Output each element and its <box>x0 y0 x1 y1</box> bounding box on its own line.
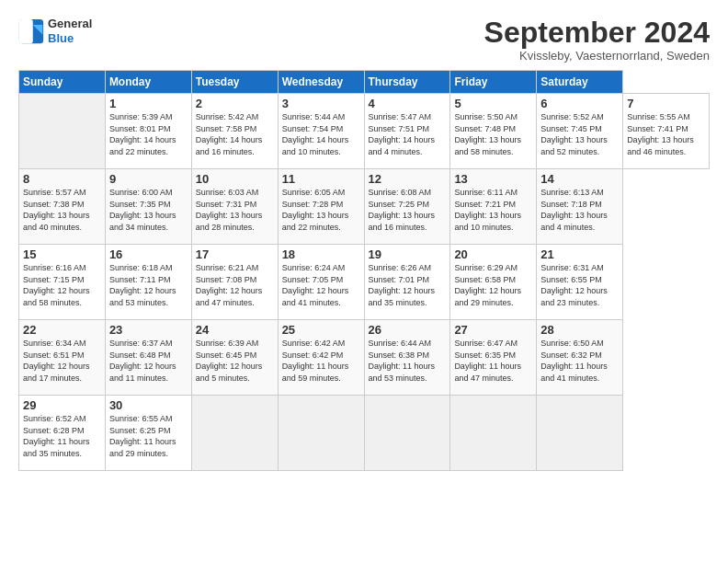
day-cell-28: 28Sunrise: 6:50 AMSunset: 6:32 PMDayligh… <box>537 320 623 396</box>
day-cell-11: 11Sunrise: 6:05 AMSunset: 7:28 PMDayligh… <box>278 169 364 245</box>
location: Kvissleby, Vaesternorrland, Sweden <box>484 49 710 63</box>
day-cell-4: 4Sunrise: 5:47 AMSunset: 7:51 PMDaylight… <box>364 94 450 169</box>
day-cell-1: 1Sunrise: 5:39 AMSunset: 8:01 PMDaylight… <box>105 94 191 169</box>
day-number: 15 <box>23 247 101 261</box>
day-cell-20: 20Sunrise: 6:29 AMSunset: 6:58 PMDayligh… <box>450 245 537 320</box>
day-cell-7: 7Sunrise: 5:55 AMSunset: 7:41 PMDaylight… <box>623 94 710 169</box>
day-number: 7 <box>627 97 705 110</box>
day-detail: Sunrise: 6:18 AMSunset: 7:11 PMDaylight:… <box>109 262 188 308</box>
day-cell-16: 16Sunrise: 6:18 AMSunset: 7:11 PMDayligh… <box>105 245 191 320</box>
day-header-friday: Friday <box>450 71 537 94</box>
day-number: 17 <box>196 247 274 261</box>
day-cell-6: 6Sunrise: 5:52 AMSunset: 7:45 PMDaylight… <box>537 94 623 169</box>
day-cell-27: 27Sunrise: 6:47 AMSunset: 6:35 PMDayligh… <box>450 320 537 396</box>
day-detail: Sunrise: 6:42 AMSunset: 6:42 PMDaylight:… <box>282 338 360 384</box>
day-number: 23 <box>109 323 188 337</box>
empty-cell <box>19 94 106 169</box>
day-detail: Sunrise: 6:37 AMSunset: 6:48 PMDaylight:… <box>109 338 188 384</box>
day-detail: Sunrise: 6:05 AMSunset: 7:28 PMDaylight:… <box>282 187 360 233</box>
day-cell-13: 13Sunrise: 6:11 AMSunset: 7:21 PMDayligh… <box>450 169 537 245</box>
day-cell-26: 26Sunrise: 6:44 AMSunset: 6:38 PMDayligh… <box>364 320 450 396</box>
day-detail: Sunrise: 6:03 AMSunset: 7:31 PMDaylight:… <box>196 187 274 233</box>
day-detail: Sunrise: 6:34 AMSunset: 6:51 PMDaylight:… <box>23 338 101 384</box>
calendar-table: SundayMondayTuesdayWednesdayThursdayFrid… <box>18 70 710 471</box>
empty-cell <box>450 396 537 471</box>
day-detail: Sunrise: 6:16 AMSunset: 7:15 PMDaylight:… <box>23 262 101 308</box>
week-row-5: 29Sunrise: 6:52 AMSunset: 6:28 PMDayligh… <box>19 396 710 471</box>
day-detail: Sunrise: 6:11 AMSunset: 7:21 PMDaylight:… <box>454 187 532 233</box>
day-cell-14: 14Sunrise: 6:13 AMSunset: 7:18 PMDayligh… <box>537 169 623 245</box>
week-row-4: 22Sunrise: 6:34 AMSunset: 6:51 PMDayligh… <box>19 320 710 396</box>
day-number: 16 <box>109 247 188 261</box>
day-number: 13 <box>454 172 532 186</box>
calendar-header-row: SundayMondayTuesdayWednesdayThursdayFrid… <box>19 71 710 94</box>
empty-cell <box>364 396 450 471</box>
day-detail: Sunrise: 6:13 AMSunset: 7:18 PMDaylight:… <box>540 187 619 233</box>
day-cell-5: 5Sunrise: 5:50 AMSunset: 7:48 PMDaylight… <box>450 94 537 169</box>
svg-rect-2 <box>19 18 33 42</box>
header: General Blue September 2024 Kvissleby, V… <box>18 17 710 63</box>
day-header-monday: Monday <box>105 71 191 94</box>
day-cell-3: 3Sunrise: 5:44 AMSunset: 7:54 PMDaylight… <box>278 94 364 169</box>
day-detail: Sunrise: 6:29 AMSunset: 6:58 PMDaylight:… <box>454 262 532 308</box>
week-row-2: 8Sunrise: 5:57 AMSunset: 7:38 PMDaylight… <box>19 169 710 245</box>
logo: General Blue <box>18 17 92 45</box>
day-number: 6 <box>540 97 619 110</box>
day-number: 28 <box>540 323 619 337</box>
day-detail: Sunrise: 6:00 AMSunset: 7:35 PMDaylight:… <box>109 187 188 233</box>
day-cell-22: 22Sunrise: 6:34 AMSunset: 6:51 PMDayligh… <box>19 320 106 396</box>
day-detail: Sunrise: 6:39 AMSunset: 6:45 PMDaylight:… <box>196 338 274 384</box>
day-detail: Sunrise: 6:52 AMSunset: 6:28 PMDaylight:… <box>23 413 101 459</box>
day-number: 25 <box>282 323 360 337</box>
day-detail: Sunrise: 5:52 AMSunset: 7:45 PMDaylight:… <box>540 111 619 157</box>
day-cell-25: 25Sunrise: 6:42 AMSunset: 6:42 PMDayligh… <box>278 320 364 396</box>
day-cell-21: 21Sunrise: 6:31 AMSunset: 6:55 PMDayligh… <box>537 245 623 320</box>
empty-cell <box>191 396 278 471</box>
empty-cell <box>537 396 623 471</box>
day-number: 24 <box>196 323 274 337</box>
day-header-tuesday: Tuesday <box>191 71 278 94</box>
day-detail: Sunrise: 6:50 AMSunset: 6:32 PMDaylight:… <box>540 338 619 384</box>
day-detail: Sunrise: 5:50 AMSunset: 7:48 PMDaylight:… <box>454 111 532 157</box>
day-cell-19: 19Sunrise: 6:26 AMSunset: 7:01 PMDayligh… <box>364 245 450 320</box>
day-cell-8: 8Sunrise: 5:57 AMSunset: 7:38 PMDaylight… <box>19 169 106 245</box>
day-number: 3 <box>282 97 360 110</box>
day-cell-10: 10Sunrise: 6:03 AMSunset: 7:31 PMDayligh… <box>191 169 278 245</box>
day-number: 27 <box>454 323 532 337</box>
day-number: 8 <box>23 172 101 186</box>
day-number: 20 <box>454 247 532 261</box>
day-number: 2 <box>196 97 274 110</box>
day-number: 9 <box>109 172 188 186</box>
week-row-1: 1Sunrise: 5:39 AMSunset: 8:01 PMDaylight… <box>19 94 710 169</box>
day-cell-15: 15Sunrise: 6:16 AMSunset: 7:15 PMDayligh… <box>19 245 106 320</box>
logo-text: General Blue <box>48 17 92 45</box>
day-cell-30: 30Sunrise: 6:55 AMSunset: 6:25 PMDayligh… <box>105 396 191 471</box>
month-title: September 2024 <box>484 17 710 49</box>
empty-cell <box>278 396 364 471</box>
day-cell-24: 24Sunrise: 6:39 AMSunset: 6:45 PMDayligh… <box>191 320 278 396</box>
day-header-thursday: Thursday <box>364 71 450 94</box>
day-number: 4 <box>369 97 447 110</box>
day-number: 10 <box>196 172 274 186</box>
day-detail: Sunrise: 5:44 AMSunset: 7:54 PMDaylight:… <box>282 111 360 157</box>
title-block: September 2024 Kvissleby, Vaesternorrlan… <box>484 17 710 63</box>
day-detail: Sunrise: 5:39 AMSunset: 8:01 PMDaylight:… <box>109 111 188 157</box>
week-row-3: 15Sunrise: 6:16 AMSunset: 7:15 PMDayligh… <box>19 245 710 320</box>
day-cell-17: 17Sunrise: 6:21 AMSunset: 7:08 PMDayligh… <box>191 245 278 320</box>
day-detail: Sunrise: 6:55 AMSunset: 6:25 PMDaylight:… <box>109 413 188 459</box>
day-number: 26 <box>369 323 447 337</box>
day-header-wednesday: Wednesday <box>278 71 364 94</box>
day-detail: Sunrise: 6:21 AMSunset: 7:08 PMDaylight:… <box>196 262 274 308</box>
day-number: 21 <box>540 247 619 261</box>
day-cell-29: 29Sunrise: 6:52 AMSunset: 6:28 PMDayligh… <box>19 396 106 471</box>
day-detail: Sunrise: 6:24 AMSunset: 7:05 PMDaylight:… <box>282 262 360 308</box>
day-detail: Sunrise: 6:31 AMSunset: 6:55 PMDaylight:… <box>540 262 619 308</box>
calendar-page: General Blue September 2024 Kvissleby, V… <box>0 0 728 563</box>
day-detail: Sunrise: 5:47 AMSunset: 7:51 PMDaylight:… <box>369 111 447 157</box>
day-detail: Sunrise: 5:57 AMSunset: 7:38 PMDaylight:… <box>23 187 101 233</box>
day-number: 18 <box>282 247 360 261</box>
day-detail: Sunrise: 6:44 AMSunset: 6:38 PMDaylight:… <box>369 338 447 384</box>
day-number: 12 <box>369 172 447 186</box>
day-number: 30 <box>109 398 188 412</box>
day-detail: Sunrise: 5:55 AMSunset: 7:41 PMDaylight:… <box>627 111 705 157</box>
